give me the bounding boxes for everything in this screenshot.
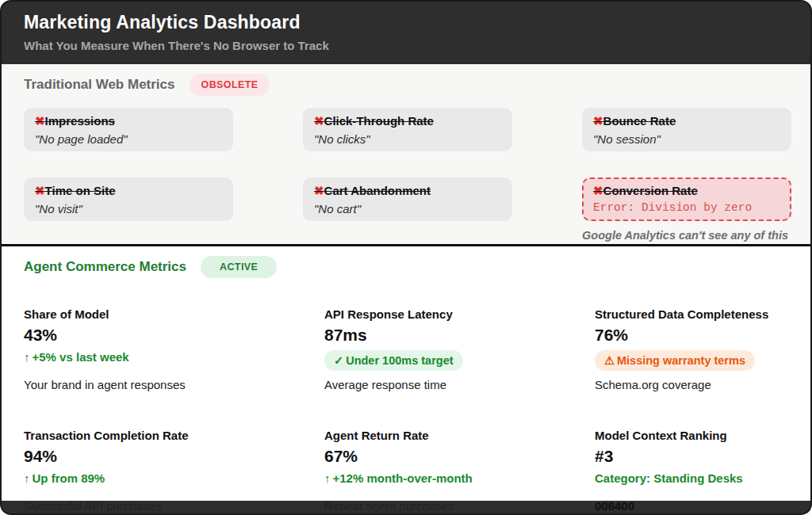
up-arrow-icon: ↑ — [24, 350, 30, 364]
dashboard-card: Marketing Analytics Dashboard What You M… — [0, 0, 812, 515]
metric-share-of-model: Share of Model 43% ↑+5% vs last week You… — [24, 307, 324, 391]
card-note: "No clicks" — [314, 132, 501, 146]
metric-value: 67% — [324, 447, 595, 466]
x-mark-icon: ✖ — [593, 184, 603, 197]
agent-metrics-section: Agent Commerce Metrics ACTIVE Share of M… — [2, 246, 810, 501]
metric-structured-data-completeness: Structured Data Completeness 76% ⚠Missin… — [595, 307, 788, 391]
metric-status: ↑+5% vs last week — [24, 350, 129, 364]
metric-status: ✓Under 100ms target — [324, 350, 463, 371]
metric-caption: Repeat agent purchases — [324, 499, 595, 513]
check-icon: ✓ — [334, 354, 343, 367]
metric-value: 43% — [24, 326, 324, 345]
card-note: "No visit" — [35, 202, 222, 216]
traditional-section-heading: Traditional Web Metrics — [24, 77, 175, 93]
up-arrow-icon: ↑ — [24, 471, 30, 485]
header: Marketing Analytics Dashboard What You M… — [2, 2, 810, 64]
metric-label: Model Context Ranking — [595, 429, 788, 442]
card-title: ✖Impressions — [35, 114, 222, 128]
card-title: ✖Bounce Rate — [593, 114, 780, 128]
metric-caption: Successful API purchases — [24, 499, 324, 513]
metric-label: Agent Return Rate — [324, 429, 595, 442]
traditional-section-header: Traditional Web Metrics OBSOLETE — [24, 74, 788, 96]
agent-section-header: Agent Commerce Metrics ACTIVE — [24, 256, 788, 278]
x-mark-icon: ✖ — [314, 114, 324, 128]
up-arrow-icon: ↑ — [324, 471, 331, 485]
metric-caption: Schema.org coverage — [595, 378, 788, 391]
analytics-footnote: Google Analytics can't see any of this — [24, 229, 788, 242]
card-click-through-rate: ✖Click-Through Rate "No clicks" — [303, 108, 512, 151]
card-title: ✖Cart Abandonment — [314, 184, 501, 198]
active-badge: ACTIVE — [201, 256, 277, 278]
x-mark-icon: ✖ — [593, 114, 603, 128]
card-cart-abandonment: ✖Cart Abandonment "No cart" — [303, 177, 512, 221]
card-time-on-site: ✖Time on Site "No visit" — [24, 177, 233, 221]
metric-value: 94% — [24, 447, 324, 466]
x-mark-icon: ✖ — [35, 184, 45, 197]
metric-model-context-ranking: Model Context Ranking #3 Category: Stand… — [595, 429, 788, 513]
metric-label: API Response Latency — [324, 307, 595, 321]
traditional-metrics-section: Traditional Web Metrics OBSOLETE ✖Impres… — [2, 64, 810, 244]
page-subtitle: What You Measure When There's No Browser… — [24, 39, 788, 52]
metric-value: 87ms — [324, 326, 595, 345]
card-title: ✖Conversion Rate — [593, 184, 780, 198]
metric-status: ↑Up from 89% — [24, 471, 105, 485]
page-title: Marketing Analytics Dashboard — [24, 12, 788, 33]
metric-status: Category: Standing Desks — [595, 471, 743, 485]
metric-caption: Average response time — [324, 378, 595, 391]
obsolete-cards-grid: ✖Impressions "No page loaded" ✖Click-Thr… — [24, 108, 788, 221]
metric-status: ⚠Missing warranty terms — [595, 350, 755, 371]
metric-transaction-completion-rate: Transaction Completion Rate 94% ↑Up from… — [24, 429, 324, 513]
x-mark-icon: ✖ — [35, 114, 45, 128]
x-mark-icon: ✖ — [314, 184, 324, 197]
metric-label: Share of Model — [24, 307, 324, 321]
metric-label: Transaction Completion Rate — [24, 429, 324, 442]
obsolete-badge: OBSOLETE — [190, 74, 270, 96]
card-title: ✖Time on Site — [35, 184, 222, 198]
metric-caption: Your brand in agent responses — [24, 378, 324, 391]
metric-agent-return-rate: Agent Return Rate 67% ↑+12% month-over-m… — [324, 429, 595, 513]
metric-label: Structured Data Completeness — [595, 307, 788, 321]
metric-value: 76% — [595, 326, 788, 345]
card-note: "No page loaded" — [35, 132, 222, 146]
metric-api-response-latency: API Response Latency 87ms ✓Under 100ms t… — [324, 307, 595, 391]
metric-value: #3 — [595, 447, 788, 466]
card-error-note: Error: Division by zero — [593, 201, 780, 214]
warning-icon: ⚠ — [604, 354, 615, 367]
agent-metrics-grid: Share of Model 43% ↑+5% vs last week You… — [24, 307, 788, 513]
card-title: ✖Click-Through Rate — [314, 114, 501, 128]
metric-status: ↑+12% month-over-month — [324, 471, 473, 485]
card-impressions: ✖Impressions "No page loaded" — [24, 108, 233, 151]
card-note: "No session" — [593, 132, 780, 146]
card-note: "No cart" — [314, 202, 501, 216]
card-bounce-rate: ✖Bounce Rate "No session" — [582, 108, 791, 151]
agent-section-heading: Agent Commerce Metrics — [24, 259, 186, 275]
card-conversion-rate-error: ✖Conversion Rate Error: Division by zero — [582, 177, 791, 221]
metric-caption: 006400 — [595, 499, 788, 513]
